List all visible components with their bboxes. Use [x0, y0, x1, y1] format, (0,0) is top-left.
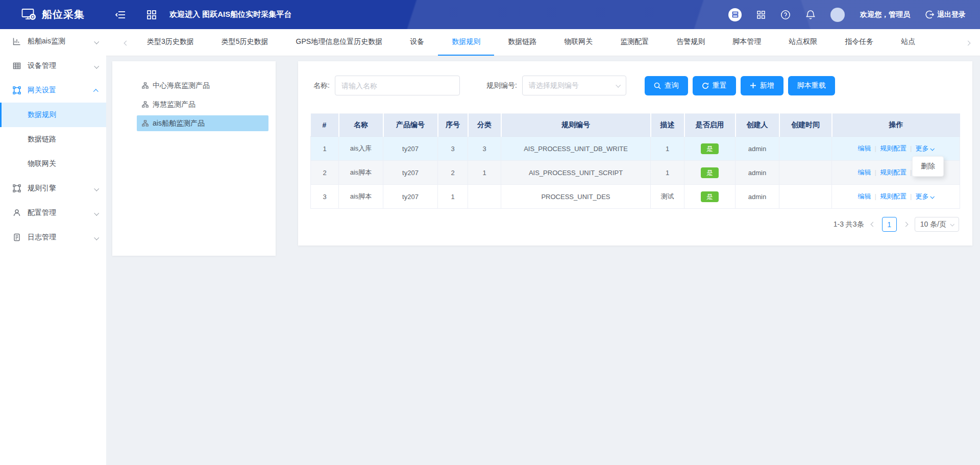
col-index: #: [311, 114, 339, 137]
col-desc: 描述: [651, 114, 684, 137]
sidebar-item-rule-engine[interactable]: 规则引擎: [0, 176, 106, 201]
cell-index: 2: [311, 161, 339, 185]
tab-gps-history[interactable]: GPS地理信息位置历史数据: [282, 29, 397, 56]
tab-iot-gateway[interactable]: 物联网关: [550, 29, 606, 56]
page-number-button[interactable]: 1: [882, 217, 897, 232]
pagination: 1-3 共3条 1 10 条/页: [298, 209, 972, 232]
page-size-select[interactable]: 10 条/页: [915, 217, 959, 232]
col-category: 分类: [468, 114, 501, 137]
prev-page-icon[interactable]: [871, 223, 875, 226]
rule-no-select-placeholder: 请选择规则编号: [529, 81, 579, 90]
tab-type5-history[interactable]: 类型5历史数据: [208, 29, 282, 56]
logout-button[interactable]: 退出登录: [925, 10, 966, 19]
sidebar-label: 日志管理: [28, 233, 56, 242]
app-logo: 船位采集: [0, 8, 106, 21]
apps-grid-icon[interactable]: [147, 10, 156, 19]
help-icon[interactable]: [780, 10, 791, 20]
cell-actions: 编辑|规则配置|更多: [832, 185, 960, 209]
sidebar: 船舶ais监测 设备管理 网关设置 数据规则: [0, 29, 106, 465]
sidebar-item-data-rules[interactable]: 数据规则: [0, 103, 106, 127]
filter-bar: 名称: 规则编号: 请选择规则编号 查询 重置: [298, 61, 972, 95]
tree-item-label: ais船舶监测产品: [153, 119, 205, 128]
sidebar-item-ship-ais-monitor[interactable]: 船舶ais监测: [0, 29, 106, 54]
chevron-down-icon: [930, 194, 935, 199]
header-actions: 欢迎您，管理员 退出登录: [728, 8, 980, 22]
rule-config-link[interactable]: 规则配置: [880, 168, 906, 176]
tab-data-links[interactable]: 数据链路: [494, 29, 550, 56]
sidebar-item-log-mgmt[interactable]: 日志管理: [0, 225, 106, 250]
cell-created-at: [779, 137, 832, 161]
tab-data-rules[interactable]: 数据规则: [438, 29, 494, 56]
cell-name: ais脚本: [339, 161, 383, 185]
cell-product-no: ty207: [383, 161, 438, 185]
tabs-scroll-right-icon[interactable]: [961, 38, 975, 47]
tree-item-center-seabed[interactable]: 中心海底监测产品: [137, 78, 268, 93]
edit-link[interactable]: 编辑: [858, 144, 871, 152]
notification-bell-icon[interactable]: [806, 10, 815, 20]
col-product-no: 产品编号: [383, 114, 438, 137]
chevron-down-icon: [94, 37, 98, 45]
table-header-row: # 名称 产品编号 序号 分类 规则编号 描述 是否启用 创建人 创建时间 操作: [311, 114, 960, 137]
col-seq: 序号: [438, 114, 468, 137]
sidebar-item-device-mgmt[interactable]: 设备管理: [0, 54, 106, 78]
sidebar-label: 数据规则: [28, 110, 56, 119]
server-circle-icon[interactable]: [728, 8, 742, 21]
rule-config-link[interactable]: 规则配置: [880, 192, 906, 200]
edit-link[interactable]: 编辑: [858, 192, 871, 200]
tree-item-haihui[interactable]: 海慧监测产品: [137, 96, 268, 112]
next-page-icon[interactable]: [904, 223, 908, 226]
chevron-down-icon: [94, 233, 98, 241]
sidebar-item-config-mgmt[interactable]: 配置管理: [0, 201, 106, 225]
chevron-down-icon: [94, 184, 98, 192]
mini-grid-icon[interactable]: [757, 11, 765, 19]
product-tree-panel: 中心海底监测产品 海慧监测产品 ais船舶监测产品: [112, 61, 276, 256]
tab-site[interactable]: 站点: [887, 29, 929, 56]
avatar[interactable]: [830, 8, 845, 22]
cell-index: 1: [311, 137, 339, 161]
app-title: 船位采集: [42, 8, 85, 21]
sidebar-item-gateway-settings[interactable]: 网关设置: [0, 78, 106, 103]
cell-category: [468, 185, 501, 209]
sidebar-item-data-links[interactable]: 数据链路: [0, 127, 106, 152]
tab-alarm-rules[interactable]: 告警规则: [663, 29, 719, 56]
main-panel: 名称: 规则编号: 请选择规则编号 查询 重置: [298, 61, 972, 246]
name-filter-input[interactable]: [335, 76, 460, 95]
tree-item-ais-ship[interactable]: ais船舶监测产品: [137, 115, 268, 131]
tab-site-permission[interactable]: 站点权限: [775, 29, 831, 56]
logout-label: 退出登录: [937, 10, 966, 19]
add-button[interactable]: 新增: [741, 76, 783, 95]
tab-type3-history[interactable]: 类型3历史数据: [133, 29, 208, 56]
search-button[interactable]: 查询: [645, 76, 688, 95]
rule-no-select[interactable]: 请选择规则编号: [522, 76, 626, 95]
delete-menu-item[interactable]: 删除: [913, 162, 943, 171]
user-icon: [12, 208, 21, 217]
more-link[interactable]: 更多: [915, 144, 934, 152]
chevron-down-icon: [616, 83, 621, 88]
menu-fold-icon[interactable]: [115, 11, 126, 19]
cell-seq: 3: [438, 137, 468, 161]
rule-config-link[interactable]: 规则配置: [880, 144, 906, 152]
selection-icon: [12, 184, 21, 193]
page: 船位采集 欢迎进入 图跃AIS船位实时采集平台: [0, 0, 980, 465]
more-dropdown-menu: 删除: [912, 156, 944, 177]
cell-product-no: ty207: [383, 137, 438, 161]
tab-script-mgmt[interactable]: 脚本管理: [719, 29, 775, 56]
reset-button[interactable]: 重置: [693, 76, 736, 95]
script-reload-button[interactable]: 脚本重载: [788, 76, 835, 95]
col-name: 名称: [339, 114, 383, 137]
more-link[interactable]: 更多: [915, 192, 934, 200]
tree-item-label: 中心海底监测产品: [153, 81, 210, 90]
tab-monitor-config[interactable]: 监测配置: [606, 29, 663, 56]
tab-device[interactable]: 设备: [396, 29, 438, 56]
sidebar-item-iot-gateway[interactable]: 物联网关: [0, 152, 106, 176]
enabled-badge: 是: [701, 143, 719, 154]
tabs-scroll-left-icon[interactable]: [119, 38, 133, 47]
cell-product-no: ty207: [383, 185, 438, 209]
edit-link[interactable]: 编辑: [858, 168, 871, 176]
cell-seq: 1: [438, 185, 468, 209]
search-button-label: 查询: [665, 81, 679, 90]
rules-table: # 名称 产品编号 序号 分类 规则编号 描述 是否启用 创建人 创建时间 操作: [310, 113, 960, 209]
tab-command-task[interactable]: 指令任务: [831, 29, 887, 56]
monitor-target-icon: [21, 8, 37, 21]
col-actions: 操作: [832, 114, 960, 137]
